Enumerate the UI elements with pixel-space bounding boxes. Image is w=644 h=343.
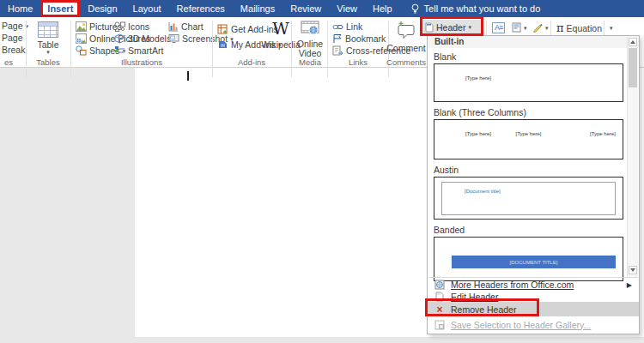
preview-text: [Type here] [465, 131, 491, 136]
chart-button[interactable]: Chart [168, 21, 204, 32]
table-dropdown[interactable]: ▾ [33, 49, 64, 55]
addins-group-label: Add-ins [226, 57, 277, 67]
preview-text: [Type here] [515, 131, 541, 136]
preview-text: [Type here] [590, 131, 616, 136]
scroll-up-icon [630, 40, 635, 44]
3d-models-button[interactable]: 3D Models ▾ [114, 33, 177, 44]
scrollbar-thumb[interactable] [629, 48, 637, 87]
cube-3d-icon [114, 33, 125, 44]
more-headers-item[interactable]: More Headers from Office.com ▶ [428, 279, 639, 291]
dropdown-arrow-icon: ▾ [46, 49, 50, 55]
gallery-item-banded[interactable]: [DOCUMENT TITLE] [434, 237, 623, 281]
tab-design[interactable]: Design [80, 0, 125, 17]
link-button[interactable]: Link [332, 21, 362, 32]
gallery-item-name: Austin [434, 165, 623, 175]
picture-icon [76, 21, 87, 32]
header-gallery: Blank [Type here] Blank (Three Columns) … [434, 49, 623, 281]
built-in-section-label: Built-in [428, 36, 639, 48]
scroll-up-button[interactable] [629, 38, 637, 46]
tab-layout[interactable]: Layout [125, 0, 169, 17]
illustrations-group-label: Illustrations [90, 57, 193, 67]
dropdown-arrow-icon: ▾ [524, 25, 527, 31]
media-group-label: Media [294, 57, 326, 67]
gallery-scrollbar[interactable] [627, 37, 638, 277]
wordart-pen-icon [532, 22, 543, 33]
screenshot-icon [168, 33, 179, 44]
preview-text: [DOCUMENT TITLE] [510, 260, 558, 265]
text-cursor [187, 71, 189, 81]
icons-button[interactable]: Icons [114, 21, 149, 32]
shapes-icon [76, 45, 87, 56]
cover-page-button[interactable]: Page ▾ [2, 21, 28, 31]
group-separator [26, 21, 27, 77]
comments-group-label: Comments [386, 57, 426, 67]
tab-help[interactable]: Help [365, 0, 400, 17]
cover-page-label: Page [2, 21, 23, 31]
austin-preview-frame: [Document title] [441, 182, 616, 215]
comment-label: Comment [386, 43, 426, 53]
blank-page-label: Page [2, 33, 23, 43]
ribbon-tab-bar: Home Insert Design Layout References Mai… [0, 0, 644, 17]
tab-references[interactable]: References [169, 0, 233, 17]
my-addins-icon [217, 39, 228, 50]
bookmark-button[interactable]: Bookmark [332, 33, 386, 44]
page-break-button[interactable]: Break [2, 45, 25, 55]
bar-chart-icon [168, 21, 179, 32]
wordart-button[interactable]: ▾ [532, 22, 549, 33]
pi-icon: π [556, 21, 564, 34]
bookmark-icon [332, 33, 343, 44]
get-addins-icon [217, 24, 228, 34]
group-separator [327, 21, 328, 77]
tab-view[interactable]: View [329, 0, 365, 17]
text-box-icon: A≡ [492, 22, 505, 33]
tab-insert[interactable]: Insert [40, 0, 80, 17]
smartart-button[interactable]: SmartArt [114, 45, 163, 56]
icons-label: Icons [128, 21, 149, 32]
tell-me-label: Tell me what you want to do [424, 3, 541, 14]
gallery-item-blank-three-columns[interactable]: [Type here] [Type here] [Type here] [434, 119, 623, 159]
equation-label: Equation [567, 23, 602, 33]
save-gallery-icon [434, 320, 446, 330]
online-video-button[interactable]: Online Video [294, 21, 326, 58]
header-dropdown-menu: Built-in Blank [Type here] Blank (Three … [427, 35, 640, 334]
quick-parts-button[interactable]: ▾ [512, 22, 527, 33]
smartart-icon [114, 45, 125, 56]
comment-icon [397, 21, 416, 39]
tab-review[interactable]: Review [283, 0, 329, 17]
submenu-arrow-icon: ▶ [627, 281, 632, 289]
save-selection-item: Save Selection to Header Gallery... [428, 318, 639, 331]
table-button[interactable] [38, 21, 58, 41]
preview-text: [Type here] [465, 75, 491, 81]
text-box-button[interactable]: A≡ [492, 22, 505, 33]
lightbulb-icon [410, 3, 420, 15]
dropdown-arrow-icon: ▾ [610, 25, 613, 31]
tables-group-label: Tables [29, 57, 67, 67]
scroll-down-button[interactable] [629, 266, 637, 274]
menu-separator [428, 277, 638, 278]
group-separator [291, 21, 292, 77]
online-picture-icon [76, 33, 87, 44]
preview-text: [Document title] [465, 189, 501, 194]
save-selection-label: Save Selection to Header Gallery... [451, 320, 591, 330]
tab-home[interactable]: Home [0, 0, 40, 17]
tab-mailings[interactable]: Mailings [233, 0, 283, 17]
gallery-item-blank[interactable]: [Type here] [434, 63, 623, 102]
banded-title-bar: [DOCUMENT TITLE] [452, 256, 616, 268]
page-break-label: Break [2, 45, 25, 55]
chart-label: Chart [181, 21, 204, 32]
gallery-item-name: Blank [434, 51, 623, 62]
blank-page-button[interactable]: Page [2, 33, 23, 43]
more-headers-icon [434, 280, 446, 290]
link-icon [332, 22, 343, 32]
bookmark-label: Bookmark [345, 33, 386, 44]
dropdown-arrow-icon: ▾ [545, 25, 549, 31]
group-separator [212, 21, 213, 77]
link-label: Link [346, 21, 362, 32]
online-video-icon [301, 21, 319, 35]
gallery-item-austin[interactable]: [Document title] [434, 177, 623, 220]
tell-me-box[interactable]: Tell me what you want to do [410, 0, 541, 17]
pages-group-label: es [0, 57, 17, 67]
scroll-down-icon [630, 268, 635, 272]
3d-models-label: 3D Models [128, 33, 171, 44]
group-separator [70, 21, 71, 77]
